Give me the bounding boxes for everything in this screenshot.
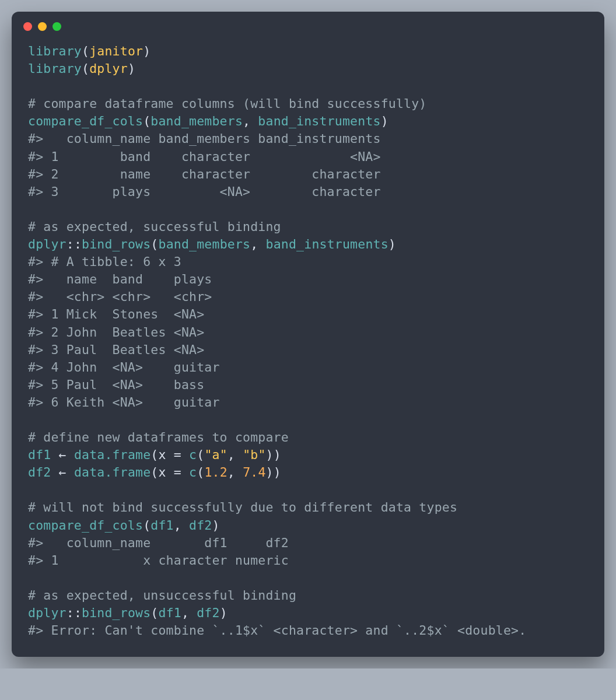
code-token: ( [143, 518, 150, 533]
code-token: bind_rows [82, 606, 150, 620]
code-token: band_members [158, 237, 250, 251]
code-block: library(janitor)library(dplyr) # compare… [12, 37, 604, 639]
code-line: #> <chr> <chr> <chr> [28, 288, 588, 306]
minimize-icon[interactable] [38, 22, 47, 31]
code-token: )) [266, 465, 281, 480]
code-token: #> 3 plays <NA> character [28, 184, 381, 199]
code-token: dplyr [28, 237, 66, 251]
code-line: #> column_name band_members band_instrum… [28, 130, 588, 148]
code-token: "b" [243, 447, 265, 462]
code-token: , [250, 237, 265, 251]
close-icon[interactable] [23, 22, 32, 31]
code-token: library [28, 61, 82, 76]
code-token: # as expected, successful binding [28, 219, 281, 234]
code-token: ( [150, 606, 158, 620]
code-token: compare_df_cols [28, 114, 143, 128]
code-line: # as expected, successful binding [28, 218, 588, 236]
code-token: ← [51, 447, 74, 462]
code-token: ( [82, 61, 89, 76]
code-token: ← [51, 465, 74, 480]
code-token: ) [388, 237, 396, 251]
code-token: ( [197, 447, 204, 462]
code-token: ( [82, 44, 89, 58]
code-token: ) [143, 44, 150, 58]
code-token: "a" [204, 447, 227, 462]
code-line: library(dplyr) [28, 60, 588, 78]
code-token: ( [150, 465, 158, 480]
code-line: #> 3 Paul Beatles <NA> [28, 341, 588, 359]
code-token: c [189, 447, 197, 462]
code-token: x [158, 447, 173, 462]
code-line: compare_df_cols(df1, df2) [28, 517, 588, 534]
code-token: :: [66, 606, 82, 620]
zoom-icon[interactable] [52, 22, 61, 31]
code-token: df2 [197, 606, 219, 620]
code-token: = [174, 465, 189, 480]
code-line: #> 1 band character <NA> [28, 148, 588, 166]
code-token: ( [150, 237, 158, 251]
code-line [28, 411, 588, 429]
code-token: # as expected, unsuccessful binding [28, 588, 296, 603]
code-token: dplyr [89, 61, 128, 76]
code-line [28, 481, 588, 499]
code-line: #> name band plays [28, 271, 588, 288]
code-token: dplyr [28, 606, 66, 620]
code-token: )) [266, 447, 281, 462]
code-line: #> 3 plays <NA> character [28, 183, 588, 201]
code-token: df1 [158, 606, 181, 620]
code-line: #> 2 John Beatles <NA> [28, 324, 588, 341]
code-token: #> column_name df1 df2 [28, 536, 289, 550]
code-token: #> 5 Paul <NA> bass [28, 377, 220, 392]
code-token: #> <chr> <chr> <chr> [28, 289, 220, 304]
code-token: compare_df_cols [28, 518, 143, 533]
code-line: library(janitor) [28, 43, 588, 60]
code-token: #> 6 Keith <NA> guitar [28, 395, 220, 410]
code-line: # compare dataframe columns (will bind s… [28, 95, 588, 113]
code-token: #> column_name band_members band_instrum… [28, 131, 381, 146]
code-token: #> name band plays [28, 272, 220, 286]
code-token: #> 2 John Beatles <NA> [28, 325, 220, 340]
code-token: :: [66, 237, 82, 251]
code-token: ) [220, 606, 228, 620]
code-token: #> 3 Paul Beatles <NA> [28, 342, 220, 357]
code-line: #> 6 Keith <NA> guitar [28, 394, 588, 411]
code-token: c [189, 465, 197, 480]
code-token: # compare dataframe columns (will bind s… [28, 96, 427, 111]
code-token: df1 [28, 447, 51, 462]
code-line: # will not bind successfully due to diff… [28, 499, 588, 516]
code-token: data.frame [74, 465, 150, 480]
code-line: #> column_name df1 df2 [28, 534, 588, 552]
code-line: #> Error: Can't combine `..1$x` <charact… [28, 622, 588, 639]
code-token: #> 1 Mick Stones <NA> [28, 307, 220, 321]
code-token: = [174, 447, 189, 462]
code-token: # define new dataframes to compare [28, 430, 289, 444]
code-token: # will not bind successfully due to diff… [28, 500, 457, 514]
code-token: ( [143, 114, 150, 128]
code-line: df1 ← data.frame(x = c("a", "b")) [28, 446, 588, 464]
code-line: #> 2 name character character [28, 166, 588, 183]
code-token: 7.4 [243, 465, 265, 480]
window-titlebar [12, 12, 604, 37]
code-token: #> # A tibble: 6 x 3 [28, 254, 181, 269]
code-token: ( [150, 447, 158, 462]
code-line: # define new dataframes to compare [28, 429, 588, 446]
code-token: #> 4 John <NA> guitar [28, 360, 220, 374]
code-token: #> 1 band character <NA> [28, 149, 381, 164]
code-token: ) [128, 61, 135, 76]
code-token: df2 [189, 518, 212, 533]
code-token: #> Error: Can't combine `..1$x` <charact… [28, 623, 526, 638]
code-token: x [158, 465, 173, 480]
code-token: band_instruments [266, 237, 388, 251]
code-line: # as expected, unsuccessful binding [28, 587, 588, 604]
code-token: bind_rows [82, 237, 150, 251]
code-line: df2 ← data.frame(x = c(1.2, 7.4)) [28, 464, 588, 481]
code-line [28, 201, 588, 218]
terminal-window: library(janitor)library(dplyr) # compare… [12, 12, 604, 657]
code-line: #> # A tibble: 6 x 3 [28, 253, 588, 271]
code-token: data.frame [74, 447, 150, 462]
code-token: ( [197, 465, 204, 480]
code-token: janitor [89, 44, 143, 58]
code-token: #> 1 x character numeric [28, 553, 289, 568]
code-line [28, 78, 588, 95]
code-token: df2 [28, 465, 51, 480]
